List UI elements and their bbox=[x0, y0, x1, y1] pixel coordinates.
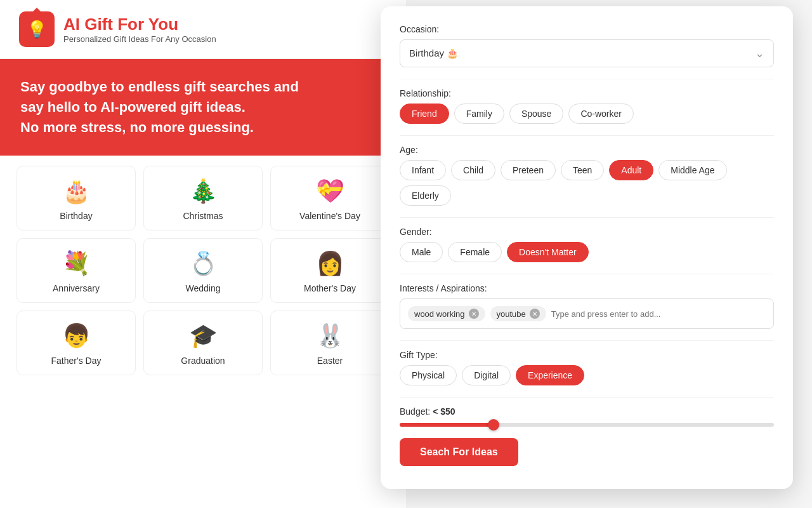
occasion-dropdown[interactable]: Birthday 🎂 ⌄ bbox=[400, 39, 774, 67]
age-pill[interactable]: Teen bbox=[561, 160, 604, 180]
divider bbox=[400, 217, 774, 218]
interest-tag: wood working ✕ bbox=[408, 306, 485, 321]
interests-section: Interests / Aspirations: wood working ✕ … bbox=[400, 283, 774, 329]
divider bbox=[400, 79, 774, 79]
occasion-card[interactable]: 🎄 Christmas bbox=[143, 166, 263, 231]
budget-label: Budget: < $50 bbox=[400, 406, 774, 417]
occasion-label-text: Valentine's Day bbox=[299, 211, 360, 221]
chevron-down-icon: ⌄ bbox=[755, 46, 764, 60]
app-subtitle: Personalized Gift Ideas For Any Occasion bbox=[63, 34, 216, 44]
tag-remove-button[interactable]: ✕ bbox=[530, 309, 540, 319]
interests-label: Interests / Aspirations: bbox=[400, 283, 774, 293]
gender-label: Gender: bbox=[400, 227, 774, 237]
gift-type-pill[interactable]: Physical bbox=[400, 365, 457, 385]
interests-text-input[interactable] bbox=[551, 309, 766, 319]
tag-remove-button[interactable]: ✕ bbox=[469, 309, 479, 319]
occasion-label-text: Father's Day bbox=[51, 356, 102, 366]
occasion-card[interactable]: 🎓 Graduation bbox=[143, 311, 263, 375]
occasion-label-text: Wedding bbox=[185, 283, 220, 293]
occasion-emoji: 🎓 bbox=[189, 323, 218, 349]
hero-text: Say goodbye to endless gift searches and… bbox=[20, 77, 386, 138]
occasion-card[interactable]: 👦 Father's Day bbox=[16, 311, 136, 375]
relationship-pill[interactable]: Friend bbox=[400, 104, 449, 124]
divider bbox=[400, 340, 774, 341]
slider-thumb[interactable] bbox=[488, 419, 499, 431]
age-section: Age: InfantChildPreteenTeenAdultMiddle A… bbox=[400, 145, 774, 206]
occasion-card[interactable]: 💝 Valentine's Day bbox=[270, 166, 390, 231]
divider bbox=[400, 397, 774, 398]
occasion-emoji: 💍 bbox=[189, 250, 218, 277]
hero-banner: Say goodbye to endless gift searches and… bbox=[0, 59, 406, 156]
gift-type-options: PhysicalDigitalExperience bbox=[400, 365, 774, 385]
interest-tag: youtube ✕ bbox=[490, 306, 546, 321]
gender-section: Gender: MaleFemaleDoesn't Matter bbox=[400, 227, 774, 262]
occasion-section: Occasion: Birthday 🎂 ⌄ bbox=[400, 24, 774, 67]
search-button[interactable]: Seach For Ideas bbox=[400, 438, 518, 466]
gender-options: MaleFemaleDoesn't Matter bbox=[400, 242, 774, 262]
occasion-label-text: Christmas bbox=[183, 211, 223, 221]
divider bbox=[400, 135, 774, 136]
relationship-pill[interactable]: Co-worker bbox=[568, 104, 634, 124]
tag-text: wood working bbox=[414, 309, 465, 319]
relationship-section: Relationship: FriendFamilySpouseCo-worke… bbox=[400, 88, 774, 124]
occasion-card[interactable]: 🐰 Easter bbox=[270, 311, 390, 375]
occasion-card[interactable]: 💐 Anniversary bbox=[16, 238, 136, 303]
occasion-emoji: 💝 bbox=[316, 178, 344, 204]
divider bbox=[400, 274, 774, 274]
occasion-card[interactable]: 💍 Wedding bbox=[143, 238, 263, 303]
header-text: AI Gift For You Personalized Gift Ideas … bbox=[63, 15, 216, 44]
gift-type-label: Gift Type: bbox=[400, 350, 774, 360]
occasion-emoji: 🐰 bbox=[316, 323, 344, 349]
age-pill[interactable]: Child bbox=[451, 160, 495, 180]
budget-value: < $50 bbox=[433, 406, 455, 417]
age-pill[interactable]: Preteen bbox=[501, 160, 556, 180]
budget-section: Budget: < $50 bbox=[400, 406, 774, 427]
occasion-label-text: Easter bbox=[317, 356, 343, 366]
occasion-label-text: Graduation bbox=[181, 356, 225, 366]
tag-text: youtube bbox=[497, 309, 526, 319]
relationship-label: Relationship: bbox=[400, 88, 774, 98]
occasion-card[interactable]: 👩 Mother's Day bbox=[270, 238, 390, 303]
age-pill[interactable]: Elderly bbox=[400, 185, 451, 206]
relationship-pill[interactable]: Spouse bbox=[509, 104, 563, 124]
age-pill[interactable]: Adult bbox=[609, 160, 653, 180]
app-header: 💡 AI Gift For You Personalized Gift Idea… bbox=[0, 0, 406, 59]
occasion-label: Occasion: bbox=[400, 24, 774, 34]
occasions-grid: 🎂 Birthday 🎄 Christmas 💝 Valentine's Day… bbox=[0, 156, 406, 385]
occasion-emoji: 👦 bbox=[62, 323, 91, 349]
gift-type-section: Gift Type: PhysicalDigitalExperience bbox=[400, 350, 774, 385]
left-panel: 💡 AI Gift For You Personalized Gift Idea… bbox=[0, 0, 406, 508]
occasion-emoji: 🎂 bbox=[62, 178, 91, 204]
occasion-emoji: 🎄 bbox=[189, 178, 218, 204]
budget-slider-track bbox=[400, 423, 774, 427]
slider-fill bbox=[400, 423, 494, 427]
age-options: InfantChildPreteenTeenAdultMiddle AgeEld… bbox=[400, 160, 774, 206]
relationship-options: FriendFamilySpouseCo-worker bbox=[400, 104, 774, 124]
occasion-emoji: 👩 bbox=[316, 250, 344, 277]
app-logo: 💡 bbox=[19, 11, 55, 47]
age-label: Age: bbox=[400, 145, 774, 155]
gender-pill[interactable]: Male bbox=[400, 242, 443, 262]
gender-pill[interactable]: Female bbox=[448, 242, 502, 262]
age-pill[interactable]: Infant bbox=[400, 160, 446, 180]
gift-form-card: Occasion: Birthday 🎂 ⌄ Relationship: Fri… bbox=[381, 6, 793, 489]
occasion-card[interactable]: 🎂 Birthday bbox=[16, 166, 136, 231]
gift-type-pill[interactable]: Experience bbox=[516, 365, 584, 385]
relationship-pill[interactable]: Family bbox=[454, 104, 504, 124]
occasion-label-text: Birthday bbox=[60, 211, 92, 221]
occasion-selected-value: Birthday 🎂 bbox=[409, 48, 459, 59]
occasion-label-text: Anniversary bbox=[53, 283, 100, 293]
age-pill[interactable]: Middle Age bbox=[658, 160, 726, 180]
gender-pill[interactable]: Doesn't Matter bbox=[507, 242, 589, 262]
occasion-label-text: Mother's Day bbox=[304, 283, 356, 293]
occasion-emoji: 💐 bbox=[62, 250, 91, 277]
gift-type-pill[interactable]: Digital bbox=[462, 365, 511, 385]
interests-input-box[interactable]: wood working ✕ youtube ✕ bbox=[400, 298, 774, 329]
app-title: AI Gift For You bbox=[63, 15, 216, 34]
